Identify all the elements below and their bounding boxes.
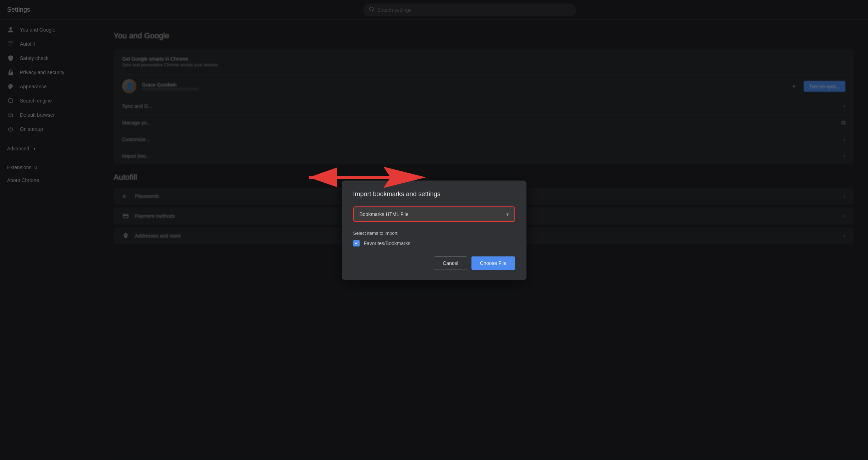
import-dialog: Import bookmarks and settings Bookmarks … bbox=[342, 181, 526, 280]
checkbox-label: Favorites/Bookmarks bbox=[364, 240, 410, 246]
dialog-title: Import bookmarks and settings bbox=[353, 190, 515, 198]
dropdown-arrow-icon: ▾ bbox=[506, 211, 509, 217]
dropdown-wrapper: Bookmarks HTML File Google Chrome Safari… bbox=[353, 206, 515, 222]
favorites-checkbox[interactable]: ✓ bbox=[353, 240, 360, 246]
select-items-label: Select items to import: bbox=[353, 231, 515, 236]
checkmark-icon: ✓ bbox=[355, 241, 358, 246]
dropdown-inner[interactable]: Bookmarks HTML File Google Chrome Safari… bbox=[354, 207, 514, 221]
cancel-button[interactable]: Cancel bbox=[434, 256, 467, 270]
dialog-overlay: Import bookmarks and settings Bookmarks … bbox=[0, 0, 868, 460]
dialog-buttons: Cancel Choose File bbox=[353, 256, 515, 270]
choose-file-button[interactable]: Choose File bbox=[471, 256, 515, 270]
checkbox-row: ✓ Favorites/Bookmarks bbox=[353, 240, 515, 246]
source-dropdown[interactable]: Bookmarks HTML File Google Chrome Safari… bbox=[360, 211, 503, 217]
